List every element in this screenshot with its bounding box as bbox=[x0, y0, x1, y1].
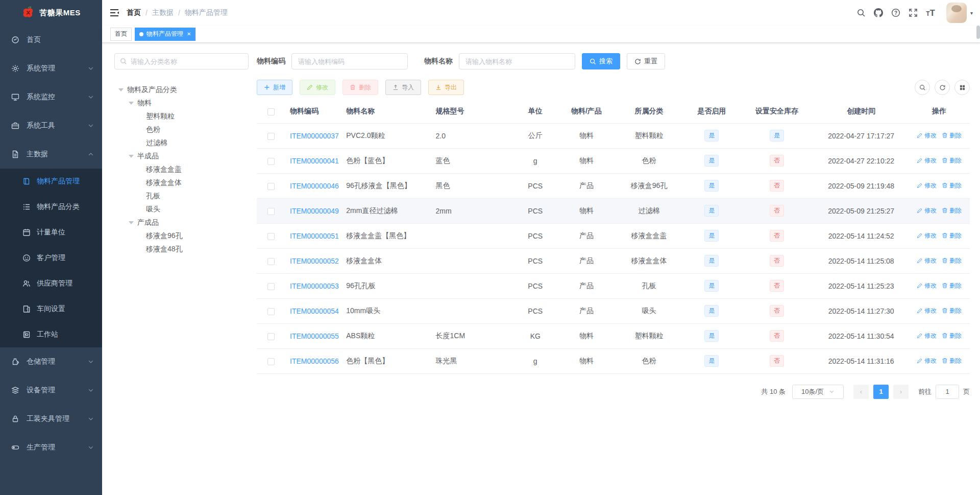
prev-page-button[interactable]: ‹ bbox=[853, 385, 869, 399]
row-delete-link[interactable]: 删除 bbox=[942, 231, 962, 240]
sidebar-item-material-category[interactable]: 物料产品分类 bbox=[0, 194, 102, 220]
row-delete-link[interactable]: 删除 bbox=[942, 307, 962, 315]
material-code-input[interactable] bbox=[291, 53, 408, 69]
row-edit-link[interactable]: 修改 bbox=[917, 332, 937, 340]
search-icon[interactable] bbox=[856, 8, 866, 17]
tree-caret-icon[interactable] bbox=[129, 155, 134, 158]
help-icon[interactable]: ? bbox=[891, 8, 900, 17]
tree-search-input[interactable] bbox=[131, 58, 243, 65]
sidebar-item-system-mgmt[interactable]: 系统管理 bbox=[0, 54, 102, 83]
material-code-link[interactable]: ITEM00000053 bbox=[290, 282, 339, 290]
tab-material-mgmt[interactable]: 物料产品管理 ✕ bbox=[135, 28, 195, 41]
row-delete-link[interactable]: 删除 bbox=[942, 156, 962, 165]
row-edit-link[interactable]: 修改 bbox=[917, 131, 937, 140]
tree-node[interactable]: 移液盒盒体 bbox=[114, 176, 249, 190]
sidebar-item-production-mgmt[interactable]: 生产管理 bbox=[0, 433, 102, 462]
avatar[interactable] bbox=[946, 3, 967, 23]
columns-icon[interactable] bbox=[954, 80, 970, 95]
tree-node[interactable]: 移液盒96孔 bbox=[114, 229, 249, 243]
goto-page-input[interactable] bbox=[936, 385, 959, 399]
select-all-checkbox[interactable] bbox=[267, 108, 275, 115]
tree-node[interactable]: 过滤棉 bbox=[114, 136, 249, 150]
sidebar-item-material-mgmt[interactable]: 物料产品管理 bbox=[0, 169, 102, 194]
row-delete-link[interactable]: 删除 bbox=[942, 181, 962, 190]
row-checkbox[interactable] bbox=[267, 208, 275, 215]
tree-node[interactable]: 塑料颗粒 bbox=[114, 110, 249, 123]
row-delete-link[interactable]: 删除 bbox=[942, 357, 962, 365]
fullscreen-icon[interactable] bbox=[909, 8, 918, 17]
row-edit-link[interactable]: 修改 bbox=[917, 357, 937, 365]
sidebar-item-workstation[interactable]: 工作站 bbox=[0, 322, 102, 347]
add-button[interactable]: 新增 bbox=[257, 80, 292, 95]
current-page-button[interactable]: 1 bbox=[873, 385, 889, 399]
edit-button[interactable]: 修改 bbox=[300, 80, 335, 95]
sidebar-item-supplier-mgmt[interactable]: 供应商管理 bbox=[0, 271, 102, 296]
scrollbar-thumb[interactable] bbox=[976, 26, 980, 39]
refresh-icon[interactable] bbox=[935, 80, 950, 95]
search-button[interactable]: 搜索 bbox=[582, 53, 620, 69]
tree-caret-icon[interactable] bbox=[129, 221, 134, 224]
material-code-link[interactable]: ITEM00000041 bbox=[290, 157, 339, 165]
delete-button[interactable]: 删除 bbox=[342, 80, 378, 95]
tree-node[interactable]: 移液盒盒盖 bbox=[114, 163, 249, 176]
row-checkbox[interactable] bbox=[267, 158, 275, 165]
tree-caret-icon[interactable] bbox=[129, 102, 134, 105]
tab-home[interactable]: 首页 bbox=[110, 28, 132, 41]
font-size-icon[interactable]: TT bbox=[926, 9, 935, 17]
tree-caret-icon[interactable] bbox=[118, 88, 124, 91]
row-checkbox[interactable] bbox=[267, 258, 275, 265]
close-icon[interactable]: ✕ bbox=[187, 32, 191, 37]
row-checkbox[interactable] bbox=[267, 358, 275, 365]
hamburger-icon[interactable] bbox=[109, 8, 119, 18]
export-button[interactable]: 导出 bbox=[428, 80, 464, 95]
user-menu[interactable]: ▾ bbox=[946, 3, 973, 23]
sidebar-item-measure-unit[interactable]: 计量单位 bbox=[0, 220, 102, 245]
sidebar-item-system-tools[interactable]: 系统工具 bbox=[0, 111, 102, 140]
sidebar-item-home[interactable]: 首页 bbox=[0, 26, 102, 54]
sidebar-item-warehouse-mgmt[interactable]: 仓储管理 bbox=[0, 347, 102, 376]
tree-node[interactable]: 物料 bbox=[114, 97, 249, 110]
row-checkbox[interactable] bbox=[267, 233, 275, 240]
row-edit-link[interactable]: 修改 bbox=[917, 256, 937, 265]
material-name-input[interactable] bbox=[459, 53, 575, 69]
material-code-link[interactable]: ITEM00000046 bbox=[290, 182, 339, 190]
material-code-link[interactable]: ITEM00000049 bbox=[290, 207, 339, 215]
page-size-select[interactable]: 10条/页 bbox=[792, 385, 844, 399]
row-edit-link[interactable]: 修改 bbox=[917, 181, 937, 190]
tree-node[interactable]: 吸头 bbox=[114, 203, 249, 216]
row-checkbox[interactable] bbox=[267, 183, 275, 190]
row-edit-link[interactable]: 修改 bbox=[917, 156, 937, 165]
github-icon[interactable] bbox=[874, 8, 883, 17]
next-page-button[interactable]: › bbox=[893, 385, 909, 399]
sidebar-item-device-mgmt[interactable]: 设备管理 bbox=[0, 376, 102, 405]
show-search-icon[interactable] bbox=[915, 80, 930, 95]
row-edit-link[interactable]: 修改 bbox=[917, 206, 937, 215]
sidebar-item-customer-mgmt[interactable]: 客户管理 bbox=[0, 245, 102, 271]
sidebar-item-master-data[interactable]: 主数据 bbox=[0, 140, 102, 169]
material-code-link[interactable]: ITEM00000052 bbox=[290, 257, 339, 265]
row-delete-link[interactable]: 删除 bbox=[942, 281, 962, 290]
breadcrumb-home[interactable]: 首页 bbox=[127, 8, 141, 17]
sidebar-item-fixture-mgmt[interactable]: 工装夹具管理 bbox=[0, 405, 102, 433]
sidebar-item-system-monitor[interactable]: 系统监控 bbox=[0, 83, 102, 111]
sidebar-item-workshop-setting[interactable]: 车间设置 bbox=[0, 296, 102, 322]
row-edit-link[interactable]: 修改 bbox=[917, 281, 937, 290]
app-logo[interactable]: 苦糖果MES bbox=[0, 0, 102, 26]
row-delete-link[interactable]: 删除 bbox=[942, 206, 962, 215]
import-button[interactable]: 导入 bbox=[385, 80, 421, 95]
material-code-link[interactable]: ITEM00000051 bbox=[290, 232, 339, 240]
reset-button[interactable]: 重置 bbox=[627, 53, 665, 69]
material-code-link[interactable]: ITEM00000055 bbox=[290, 332, 339, 340]
row-checkbox[interactable] bbox=[267, 283, 275, 290]
row-delete-link[interactable]: 删除 bbox=[942, 332, 962, 340]
row-checkbox[interactable] bbox=[267, 133, 275, 140]
row-edit-link[interactable]: 修改 bbox=[917, 307, 937, 315]
tree-node[interactable]: 产成品 bbox=[114, 216, 249, 229]
tree-node[interactable]: 移液盒48孔 bbox=[114, 243, 249, 256]
tree-node[interactable]: 半成品 bbox=[114, 150, 249, 163]
row-checkbox[interactable] bbox=[267, 333, 275, 340]
tree-node[interactable]: 孔板 bbox=[114, 190, 249, 203]
row-edit-link[interactable]: 修改 bbox=[917, 231, 937, 240]
material-code-link[interactable]: ITEM00000037 bbox=[290, 132, 339, 140]
material-code-link[interactable]: ITEM00000056 bbox=[290, 357, 339, 365]
